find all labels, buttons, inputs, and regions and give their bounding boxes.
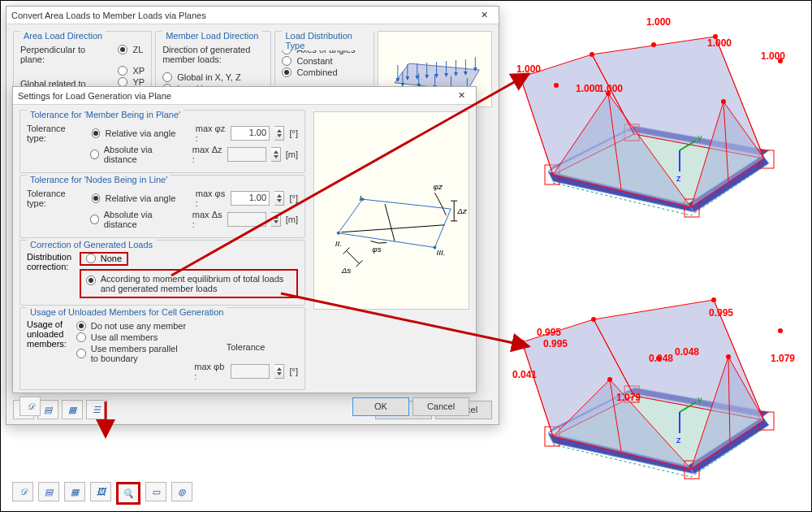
arrow-none-to-top [171,74,529,276]
arrow-according-to-bottom [281,293,529,346]
